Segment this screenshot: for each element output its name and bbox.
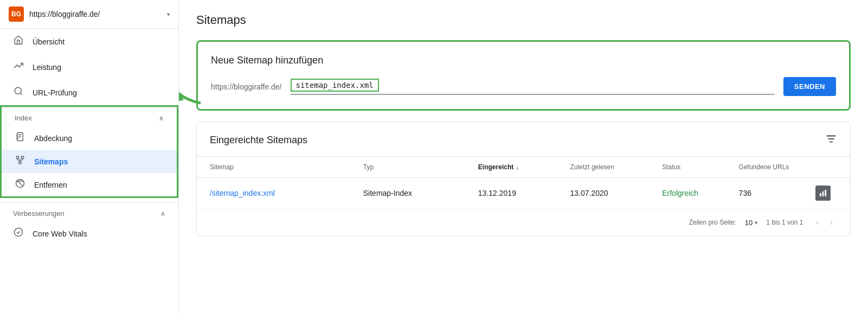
sidebar: BG https://bloggiraffe.de/ ▾ Übersicht L… — [0, 0, 179, 313]
sitemap-link[interactable]: /sitemap_index.xml — [210, 189, 363, 197]
svg-rect-6 — [16, 134, 19, 140]
svg-rect-9 — [19, 162, 22, 164]
sidebar-item-sitemaps-label: Sitemaps — [34, 157, 68, 166]
sitemap-gefunden: 736 — [739, 189, 815, 197]
verbesserungen-section-title: Verbesserungen — [13, 209, 65, 218]
sitemap-chart-btn[interactable] — [815, 186, 837, 201]
sitemap-eingereicht: 13.12.2019 — [478, 189, 570, 197]
svg-point-15 — [15, 228, 23, 237]
core-web-vitals-icon — [13, 227, 24, 240]
sidebar-item-leistung[interactable]: Leistung — [0, 54, 178, 80]
rows-select[interactable]: 10 ▾ — [745, 219, 757, 227]
col-typ: Typ — [363, 163, 478, 171]
sidebar-item-entfernen-label: Entfernen — [34, 181, 67, 189]
rows-per-page-label: Zeilen pro Seite: — [689, 219, 736, 226]
sitemap-input-row: https://bloggiraffe.de/ sitemap_index.xm… — [211, 77, 836, 96]
sidebar-item-url-pruefung-label: URL-Prüfung — [33, 88, 77, 97]
col-status: Status — [662, 163, 738, 171]
submitted-sitemaps-card: Eingereichte Sitemaps Sitemap Typ Einger… — [196, 122, 851, 237]
url-prefix: https://bloggiraffe.de/ — [211, 82, 282, 91]
trend-icon — [13, 61, 24, 73]
chart-icon[interactable] — [815, 186, 831, 201]
add-sitemap-title: Neue Sitemap hinzufügen — [211, 55, 836, 66]
remove-icon — [15, 178, 25, 191]
sitemap-input-highlighted[interactable]: sitemap_index.xml — [291, 79, 379, 92]
prev-page-button[interactable]: ‹ — [812, 215, 823, 229]
sidebar-item-abdeckung[interactable]: Abdeckung — [2, 126, 177, 150]
submitted-title: Eingereichte Sitemaps — [210, 135, 307, 146]
index-section-title: Index — [15, 114, 32, 122]
send-button[interactable]: SENDEN — [783, 77, 836, 96]
col-gefunden: Gefundene URLs — [739, 163, 815, 171]
pagination-nav: ‹ › — [812, 215, 837, 229]
svg-rect-20 — [820, 193, 821, 196]
sitemap-status: Erfolgreich — [662, 189, 738, 197]
pagination: Zeilen pro Seite: 10 ▾ 1 bis 1 von 1 ‹ › — [197, 209, 850, 236]
svg-rect-8 — [21, 156, 24, 158]
sidebar-header[interactable]: BG https://bloggiraffe.de/ ▾ — [0, 0, 178, 29]
add-sitemap-card: Neue Sitemap hinzufügen https://bloggira… — [196, 40, 851, 111]
coverage-icon — [15, 132, 25, 144]
sort-desc-icon: ↓ — [516, 164, 519, 170]
col-zuletzt: Zuletzt gelesen — [570, 163, 663, 171]
site-url: https://bloggiraffe.de/ — [29, 10, 162, 18]
main-content: Sitemaps Neue Sitemap hinzufügen https:/… — [179, 0, 868, 313]
svg-rect-21 — [822, 191, 824, 196]
filter-icon[interactable] — [825, 133, 837, 148]
verbesserungen-chevron-icon: ∧ — [160, 210, 165, 218]
home-icon — [13, 35, 24, 48]
svg-rect-7 — [16, 156, 19, 158]
sidebar-item-core-web-vitals[interactable]: Core Web Vitals — [0, 222, 178, 245]
sitemap-input-wrapper: sitemap_index.xml — [291, 79, 775, 95]
sitemap-typ: Sitemap-Index — [363, 189, 478, 197]
index-section: Index ∧ Abdeckung Sitemaps Entfernen — [0, 105, 178, 198]
sidebar-item-uebersicht-label: Übersicht — [33, 37, 65, 46]
sidebar-item-abdeckung-label: Abdeckung — [34, 134, 72, 143]
sidebar-item-leistung-label: Leistung — [33, 63, 61, 72]
sidebar-item-core-web-vitals-label: Core Web Vitals — [33, 229, 87, 238]
chevron-down-icon: ▾ — [167, 11, 170, 17]
rows-chevron-icon: ▾ — [755, 220, 757, 226]
sitemap-icon — [15, 155, 25, 168]
page-title: Sitemaps — [196, 13, 851, 27]
sidebar-item-uebersicht[interactable]: Übersicht — [0, 29, 178, 54]
table-row: /sitemap_index.xml Sitemap-Index 13.12.2… — [197, 178, 850, 209]
search-icon — [13, 86, 24, 99]
sidebar-item-url-pruefung[interactable]: URL-Prüfung — [0, 80, 178, 105]
chevron-up-icon: ∧ — [159, 114, 164, 122]
col-sitemap: Sitemap — [210, 163, 363, 171]
submitted-header: Eingereichte Sitemaps — [197, 122, 850, 157]
sidebar-item-sitemaps[interactable]: Sitemaps — [2, 150, 177, 173]
col-eingereicht[interactable]: Eingereicht ↓ — [478, 163, 570, 171]
verbesserungen-section-header[interactable]: Verbesserungen ∧ — [0, 202, 178, 222]
svg-rect-22 — [825, 190, 826, 196]
arrow-annotation — [179, 65, 211, 110]
next-page-button[interactable]: › — [826, 215, 837, 229]
rows-value: 10 — [745, 219, 753, 227]
sidebar-item-entfernen[interactable]: Entfernen — [2, 173, 177, 196]
pagination-range: 1 bis 1 von 1 — [766, 219, 803, 226]
table-header: Sitemap Typ Eingereicht ↓ Zuletzt gelese… — [197, 157, 850, 178]
index-section-header[interactable]: Index ∧ — [2, 107, 177, 126]
svg-line-1 — [20, 93, 22, 94]
site-icon: BG — [9, 7, 24, 22]
svg-point-0 — [15, 87, 21, 94]
sitemap-zuletzt: 13.07.2020 — [570, 189, 663, 197]
col-actions — [815, 163, 837, 171]
